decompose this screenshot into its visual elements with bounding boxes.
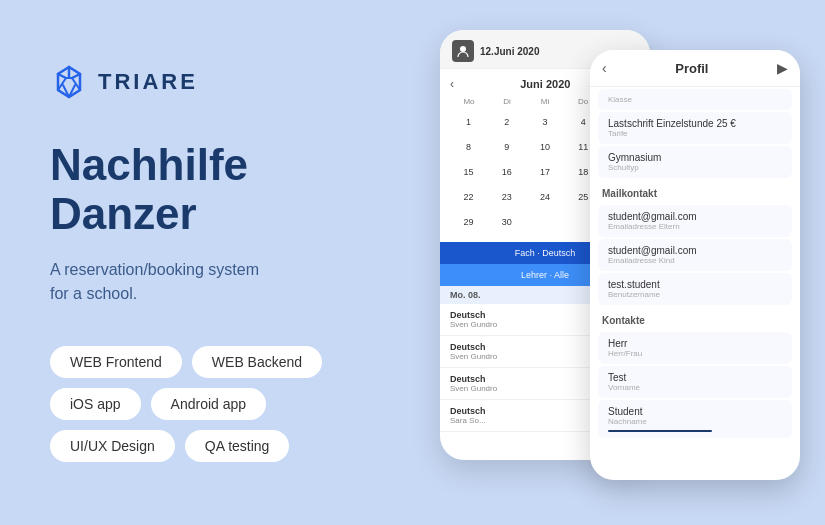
- right-panel: 12.Juni 2020 ⌄ ‹ Juni 2020 › Mo Di Mi Do…: [430, 0, 825, 525]
- prof-field-vorname: Test Vorname: [598, 366, 792, 398]
- phone-profile: ‹ Profil ▶ Klasse Lastschrift Einzelstun…: [590, 50, 800, 480]
- cal-prev-btn[interactable]: ‹: [450, 77, 454, 91]
- prof-field-nachname: Student Nachname: [598, 400, 792, 438]
- avatar-icon: [452, 40, 474, 62]
- logo-text: TRIARE: [98, 69, 198, 95]
- svg-point-0: [460, 46, 466, 52]
- underline-bar: [608, 430, 712, 432]
- main-title: Nachhilfe Danzer: [50, 141, 380, 238]
- prof-kontakte-title: Kontakte: [590, 307, 800, 330]
- left-panel: TRIARE Nachhilfe Danzer A reservation/bo…: [0, 0, 430, 525]
- edit-icon[interactable]: ▶: [777, 60, 788, 76]
- prof-field-tarife: Lastschrift Einzelstunde 25 € Tarife: [598, 112, 792, 144]
- prof-mailkontakt-title: Mailkontakt: [590, 180, 800, 203]
- logo: TRIARE: [50, 63, 380, 101]
- prof-header: ‹ Profil ▶: [590, 50, 800, 87]
- cal-date-title: 12.Juni 2020: [480, 46, 539, 57]
- prof-fields-list: Klasse Lastschrift Einzelstunde 25 € Tar…: [590, 87, 800, 473]
- subtitle: A reservation/booking system for a schoo…: [50, 258, 380, 306]
- prof-field-herr: Herr Herr/Frau: [598, 332, 792, 364]
- tag-web-frontend[interactable]: WEB Frontend: [50, 346, 182, 378]
- prof-field-email-kind: student@gmail.com Emailadresse Kind: [598, 239, 792, 271]
- logo-icon: [50, 63, 88, 101]
- tag-ui-ux-design[interactable]: UI/UX Design: [50, 430, 175, 462]
- cal-month-label: Juni 2020: [520, 78, 570, 90]
- prof-field-klasse: Klasse: [598, 89, 792, 110]
- prof-field-email-eltern: student@gmail.com Emailadresse Eltern: [598, 205, 792, 237]
- prof-field-benutzername: test.student Benutzername: [598, 273, 792, 305]
- tag-qa-testing[interactable]: QA testing: [185, 430, 290, 462]
- prof-field-schultyp: Gymnasium Schultyp: [598, 146, 792, 178]
- tag-web-backend[interactable]: WEB Backend: [192, 346, 322, 378]
- tag-ios-app[interactable]: iOS app: [50, 388, 141, 420]
- tag-android-app[interactable]: Android app: [151, 388, 267, 420]
- prof-title: Profil: [607, 61, 777, 76]
- tags-container: WEB Frontend WEB Backend iOS app Android…: [50, 346, 380, 462]
